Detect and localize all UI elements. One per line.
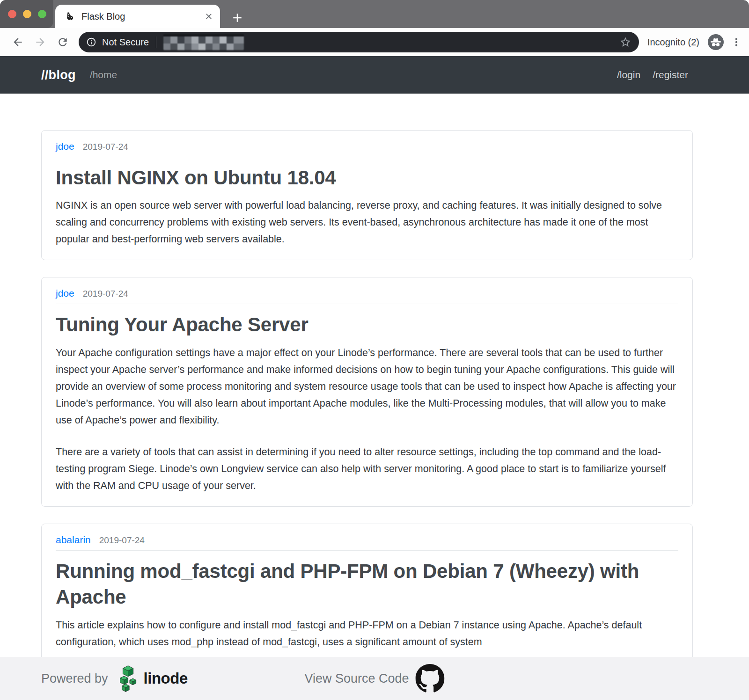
powered-by-label: Powered by xyxy=(41,671,108,686)
back-icon[interactable] xyxy=(12,36,24,48)
new-tab-icon[interactable] xyxy=(230,11,244,25)
navbar-right: /login /register xyxy=(617,69,693,80)
nav-link-home[interactable]: /home xyxy=(90,69,117,80)
traffic-light-panel xyxy=(0,0,53,28)
incognito-label: Incognito (2) xyxy=(647,37,699,48)
close-window-button[interactable] xyxy=(8,10,16,18)
toolbar-right: Incognito (2) xyxy=(647,34,742,50)
post-card: jdoe 2019-07-24 Tuning Your Apache Serve… xyxy=(41,277,693,506)
security-label: Not Secure xyxy=(102,37,149,48)
post-date: 2019-07-24 xyxy=(83,289,128,299)
browser-window: Flask Blog Not Secure xyxy=(0,0,749,700)
bookmark-star-icon[interactable] xyxy=(619,36,632,48)
browser-menu-icon[interactable] xyxy=(730,36,742,48)
zoom-window-button[interactable] xyxy=(38,10,46,18)
nav-link-login[interactable]: /login xyxy=(617,69,640,80)
site-navbar: //blog /home /login /register xyxy=(0,56,749,94)
github-icon[interactable] xyxy=(416,664,445,693)
post-card: abalarin 2019-07-24 Running mod_fastcgi … xyxy=(41,524,693,663)
forward-icon[interactable] xyxy=(34,36,46,48)
post-author-link[interactable]: jdoe xyxy=(56,141,74,152)
navbar-brand[interactable]: //blog xyxy=(41,68,76,82)
meta-divider xyxy=(56,157,678,157)
minimize-window-button[interactable] xyxy=(23,10,31,18)
address-bar[interactable]: Not Secure xyxy=(79,32,639,52)
tab-title: Flask Blog xyxy=(81,11,204,22)
post-title-link[interactable]: Install NGINX on Ubuntu 18.04 xyxy=(56,165,678,190)
post-meta: jdoe 2019-07-24 xyxy=(56,141,678,152)
post-excerpt: NGINX is an open source web server with … xyxy=(56,197,678,248)
meta-divider xyxy=(56,304,678,304)
post-excerpt: This article explains how to configure a… xyxy=(56,617,678,650)
omnibox-divider xyxy=(156,36,156,48)
post-list: jdoe 2019-07-24 Install NGINX on Ubuntu … xyxy=(0,94,749,663)
post-excerpt: There are a variety of tools that can as… xyxy=(56,444,678,494)
post-title-link[interactable]: Running mod_fastcgi and PHP-FPM on Debia… xyxy=(56,558,678,610)
view-source-group: View Source Code xyxy=(304,664,444,693)
obscured-url xyxy=(163,34,244,50)
post-author-link[interactable]: jdoe xyxy=(56,288,74,299)
nav-link-register[interactable]: /register xyxy=(653,69,688,80)
post-excerpt: Your Apache configuration settings have … xyxy=(56,344,678,429)
post-author-link[interactable]: abalarin xyxy=(56,534,91,546)
post-date: 2019-07-24 xyxy=(99,535,145,546)
close-tab-icon[interactable] xyxy=(204,12,213,21)
post-title-link[interactable]: Tuning Your Apache Server xyxy=(56,312,678,337)
meta-divider xyxy=(56,550,678,551)
post-card: jdoe 2019-07-24 Install NGINX on Ubuntu … xyxy=(41,130,693,260)
browser-tab[interactable]: Flask Blog xyxy=(55,5,220,28)
page-footer: Powered by linode xyxy=(0,657,749,700)
incognito-avatar-icon[interactable] xyxy=(708,34,724,50)
view-source-link[interactable]: View Source Code xyxy=(304,671,409,686)
linode-logo-icon[interactable] xyxy=(115,665,139,692)
linode-wordmark[interactable]: linode xyxy=(144,670,188,687)
post-date: 2019-07-24 xyxy=(83,142,128,152)
flask-favicon-icon xyxy=(65,11,75,22)
browser-toolbar: Not Secure xyxy=(0,28,749,56)
post-meta: abalarin 2019-07-24 xyxy=(56,534,678,546)
post-meta: jdoe 2019-07-24 xyxy=(56,288,678,299)
powered-by-group: Powered by linode xyxy=(41,665,188,692)
info-icon[interactable] xyxy=(86,37,96,47)
reload-icon[interactable] xyxy=(57,36,69,48)
tab-strip: Flask Blog xyxy=(0,0,749,28)
